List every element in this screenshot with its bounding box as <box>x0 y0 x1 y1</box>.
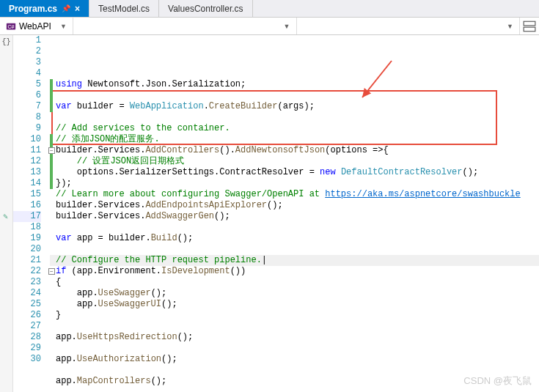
code-line[interactable]: } <box>50 310 539 321</box>
code-line[interactable]: −if (app.Environment.IsDevelopment()) <box>50 266 539 277</box>
code-line[interactable]: app.UseAuthorization(); <box>50 354 539 365</box>
code-text: var builder = WebApplication.CreateBuild… <box>50 101 315 112</box>
svg-text:C#: C# <box>8 23 15 29</box>
change-bar <box>50 101 53 112</box>
code-text: builder.Services.AddControllers().AddNew… <box>50 145 389 156</box>
code-line[interactable]: var builder = WebApplication.CreateBuild… <box>50 101 539 112</box>
tab-valuescontroller[interactable]: ValuesController.cs <box>159 0 253 17</box>
line-number: 7 <box>13 101 41 112</box>
code-text: options.SerializerSettings.ContractResol… <box>50 167 478 178</box>
code-line[interactable]: options.SerializerSettings.ContractResol… <box>50 167 539 178</box>
line-number: 16 <box>13 200 41 211</box>
line-number: 12 <box>13 156 41 167</box>
code-text: var app = builder.Build(); <box>50 233 193 244</box>
code-line[interactable]: −builder.Services.AddControllers().AddNe… <box>50 145 539 156</box>
svg-rect-3 <box>524 27 535 32</box>
code-area[interactable]: using Newtonsoft.Json.Serialization;var … <box>47 35 539 392</box>
line-number: 10 <box>13 134 41 145</box>
code-line[interactable]: { <box>50 277 539 288</box>
pin-icon[interactable]: 📌 <box>62 4 70 12</box>
code-line[interactable]: // 设置JSON返回日期格式 <box>50 156 539 167</box>
change-bar <box>50 178 53 189</box>
line-number: 8 <box>13 112 41 123</box>
tab-label: ValuesController.cs <box>168 4 243 14</box>
line-numbers: 1234567891011121314151617✎18192021222324… <box>13 35 47 392</box>
split-view-icon[interactable] <box>523 20 536 33</box>
code-line[interactable]: builder.Services.AddSwaggerGen(); <box>50 211 539 222</box>
code-line[interactable]: app.UseSwaggerUI(); <box>50 299 539 310</box>
code-line[interactable]: }); <box>50 178 539 189</box>
line-number: 28 <box>13 332 41 343</box>
project-name: WebAPI <box>19 21 51 32</box>
line-number: 13 <box>13 167 41 178</box>
type-dropdown[interactable]: ▼ <box>73 18 297 34</box>
line-number: 20 <box>13 244 41 255</box>
code-line[interactable]: app.UseSwagger(); <box>50 288 539 299</box>
code-line[interactable] <box>50 244 539 255</box>
code-text: // Configure the HTTP request pipeline.| <box>50 255 267 266</box>
line-number: 15 <box>13 189 41 200</box>
edit-indicator-icon: ✎ <box>3 212 8 223</box>
watermark: CSDN @夜飞鼠 <box>463 374 532 388</box>
change-bar <box>50 79 53 90</box>
tab-testmodel[interactable]: TestModel.cs <box>89 0 159 17</box>
code-line[interactable] <box>50 343 539 354</box>
code-line[interactable]: // Learn more about configuring Swagger/… <box>50 189 539 200</box>
code-text: builder.Services.AddSwaggerGen(); <box>50 211 230 222</box>
close-icon[interactable]: × <box>75 4 80 14</box>
line-number: 30 <box>13 354 41 365</box>
line-number: 24 <box>13 288 41 299</box>
code-text: app.UseSwagger(); <box>50 288 166 299</box>
file-tabs: Program.cs 📌 × TestModel.cs ValuesContro… <box>0 0 539 18</box>
code-text: { <box>50 277 61 288</box>
code-line[interactable]: // Configure the HTTP request pipeline.| <box>50 255 539 266</box>
code-line[interactable]: // Add services to the container. <box>50 123 539 134</box>
csharp-icon: C# <box>6 21 16 32</box>
code-text: builder.Services.AddEndpointsApiExplorer… <box>50 200 283 211</box>
code-text: app.UseAuthorization(); <box>50 354 177 365</box>
change-bar <box>50 167 53 178</box>
code-line[interactable] <box>50 222 539 233</box>
line-number: 11 <box>13 145 41 156</box>
chevron-down-icon: ▼ <box>60 23 67 30</box>
code-line[interactable] <box>50 387 539 392</box>
code-text: } <box>50 310 61 321</box>
member-dropdown[interactable]: ▼ <box>297 18 521 34</box>
brace-icon: {} <box>0 37 12 48</box>
line-number: 4 <box>13 68 41 79</box>
collapse-toggle[interactable]: − <box>48 147 55 154</box>
line-number: 29 <box>13 343 41 354</box>
line-number: 19 <box>13 233 41 244</box>
line-number: 21 <box>13 255 41 266</box>
code-text: app.UseHttpsRedirection(); <box>50 332 193 343</box>
collapse-toggle[interactable]: − <box>48 268 55 275</box>
code-line[interactable] <box>50 321 539 332</box>
code-line[interactable] <box>50 112 539 123</box>
code-line[interactable]: app.UseHttpsRedirection(); <box>50 332 539 343</box>
code-text: // Learn more about configuring Swagger/… <box>50 189 521 200</box>
tab-label: Program.cs <box>9 4 57 14</box>
line-number: 1 <box>13 35 41 46</box>
code-text: // Add services to the container. <box>50 123 230 134</box>
change-bar <box>50 134 53 145</box>
code-editor[interactable]: {} 1234567891011121314151617✎18192021222… <box>0 35 539 392</box>
chevron-down-icon: ▼ <box>284 23 290 30</box>
line-number: 3 <box>13 57 41 68</box>
line-number: 5 <box>13 79 41 90</box>
code-text: using Newtonsoft.Json.Serialization; <box>50 79 246 90</box>
code-line[interactable] <box>50 90 539 101</box>
code-line[interactable]: using Newtonsoft.Json.Serialization; <box>50 79 539 90</box>
code-line[interactable]: var app = builder.Build(); <box>50 233 539 244</box>
tab-program[interactable]: Program.cs 📌 × <box>0 0 89 17</box>
svg-rect-2 <box>524 21 535 26</box>
code-line[interactable]: // 添加JSON的配置服务. <box>50 134 539 145</box>
code-line[interactable]: builder.Services.AddEndpointsApiExplorer… <box>50 200 539 211</box>
code-text: if (app.Environment.IsDevelopment()) <box>50 266 246 277</box>
line-number: 27 <box>13 321 41 332</box>
line-number: 23 <box>13 277 41 288</box>
project-dropdown[interactable]: C# WebAPI ▼ <box>0 18 73 34</box>
line-number: 26 <box>13 310 41 321</box>
line-number: 25 <box>13 299 41 310</box>
code-text: app.MapControllers(); <box>50 376 166 387</box>
line-number: 22 <box>13 266 41 277</box>
